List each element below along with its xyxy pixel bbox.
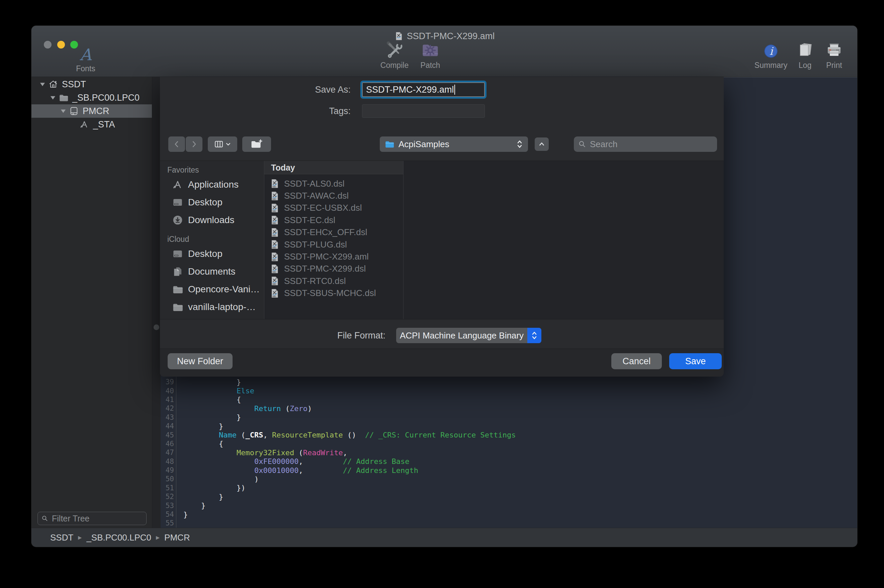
- disclosure-triangle-icon[interactable]: [49, 94, 57, 101]
- file-list: DSLSSDT-ALS0.dslDSLSSDT-AWAC.dslDSLSSDT-…: [264, 178, 724, 299]
- tree-item-SSDT[interactable]: SSDT: [32, 78, 152, 91]
- text-caret: [455, 85, 455, 94]
- code-text: ): [174, 475, 259, 483]
- save-button[interactable]: Save: [669, 353, 722, 369]
- save-as-value: SSDT-PMC-X299.aml: [366, 85, 454, 95]
- disclosure-triangle-icon[interactable]: [39, 81, 46, 88]
- pane-splitter[interactable]: [152, 77, 161, 528]
- code-text: Memory32Fixed (ReadWrite,: [174, 448, 347, 457]
- svg-text:DSL: DSL: [273, 234, 276, 236]
- code-line-48: 48 0xFE000000, // Address Base: [161, 457, 857, 466]
- patch-toolbar-button[interactable]: Patch: [414, 39, 447, 70]
- log-toolbar-button[interactable]: Log: [792, 39, 818, 70]
- favorites-header: Favorites: [160, 164, 264, 176]
- tags-input[interactable]: [362, 104, 485, 118]
- sidebar-item-desktop[interactable]: Desktop: [160, 194, 264, 211]
- file-format-popup[interactable]: ACPI Machine Language Binary: [396, 328, 541, 343]
- documents-icon: [172, 266, 183, 277]
- dialog-footer: New Folder Cancel Save: [160, 348, 724, 376]
- svg-text:DSL: DSL: [273, 271, 276, 273]
- sidebar-item-downloads[interactable]: Downloads: [160, 211, 264, 229]
- code-line-55: 55: [161, 519, 857, 528]
- file-row[interactable]: DSLSSDT-EC.dsl: [264, 214, 724, 226]
- file-row[interactable]: DSLSSDT-PMC-X299.dsl: [264, 263, 724, 275]
- folder-icon: [172, 284, 183, 295]
- code-text: {: [174, 440, 223, 448]
- code-line-49: 49 0x00010000, // Address Length: [161, 466, 857, 475]
- code-text: 0xFE000000, // Address Base: [174, 457, 410, 466]
- close-button[interactable]: [44, 41, 51, 48]
- chevron-left-icon: [172, 140, 181, 148]
- file-document-icon: DSL: [270, 203, 280, 213]
- desktop-icon: [172, 196, 183, 208]
- disclosure-triangle-icon[interactable]: [60, 107, 67, 115]
- compile-toolbar-button[interactable]: Compile: [376, 39, 413, 70]
- svg-text:AML: AML: [273, 259, 276, 261]
- file-format-row: File Format: ACPI Machine Language Binar…: [160, 328, 724, 343]
- save-as-input[interactable]: SSDT-PMC-X299.aml: [362, 82, 485, 97]
- back-button[interactable]: [168, 136, 185, 152]
- file-row[interactable]: DSLSSDT-PLUG.dsl: [264, 238, 724, 250]
- new-folder-button[interactable]: New Folder: [168, 353, 233, 369]
- view-mode-button[interactable]: [208, 136, 237, 152]
- line-number: 49: [161, 466, 174, 474]
- file-row[interactable]: DSLSSDT-EC-USBX.dsl: [264, 202, 724, 214]
- file-row[interactable]: DSLSSDT-RTC0.dsl: [264, 275, 724, 287]
- maciasl-window: SSDT-PMC-X299.aml A Fonts Compile Patch …: [32, 26, 857, 547]
- sidebar-item-applications[interactable]: Applications: [160, 176, 264, 194]
- dialog-toolbar: AcpiSamples: [160, 136, 724, 152]
- breadcrumb-separator: ▸: [78, 533, 82, 542]
- search-input[interactable]: [589, 139, 713, 150]
- sidebar-item-label: vanilla-laptop-…: [188, 302, 256, 312]
- file-name: SSDT-PLUG.dsl: [284, 240, 347, 250]
- tree-item-PMCR[interactable]: PMCR: [32, 104, 152, 118]
- file-row[interactable]: AMLSSDT-PMC-X299.aml: [264, 250, 724, 262]
- summary-toolbar-button[interactable]: i Summary: [751, 39, 791, 70]
- sidebar-item-vanilla-laptop-[interactable]: vanilla-laptop-…: [160, 298, 264, 316]
- up-directory-button[interactable]: [535, 138, 549, 151]
- line-number: 45: [161, 431, 174, 439]
- line-number: 53: [161, 502, 174, 510]
- downloads-icon: [172, 214, 183, 226]
- search-field[interactable]: [574, 136, 717, 152]
- code-line-43: 43 }: [161, 413, 857, 422]
- minimize-button[interactable]: [57, 41, 65, 48]
- sidebar-item-opencore-vani-[interactable]: Opencore-Vani…: [160, 280, 264, 298]
- sidebar-item-label: Opencore-Vani…: [188, 284, 260, 295]
- splitter-handle[interactable]: [153, 324, 159, 330]
- tree-item-_SB.PC00.LPC0[interactable]: _SB.PC00.LPC0: [32, 91, 152, 104]
- file-row[interactable]: DSLSSDT-AWAC.dsl: [264, 190, 724, 202]
- filter-tree-input[interactable]: [51, 513, 143, 524]
- sidebar-item-desktop[interactable]: Desktop: [160, 245, 264, 262]
- filter-tree-box[interactable]: [38, 512, 147, 525]
- file-document-icon: DSL: [270, 264, 280, 274]
- new-folder-toolbar-button[interactable]: [242, 136, 271, 152]
- code-text: }: [174, 510, 188, 519]
- file-row[interactable]: DSLSSDT-SBUS-MCHC.dsl: [264, 287, 724, 299]
- code-text: {: [174, 395, 241, 404]
- chevron-down-icon: [225, 141, 231, 147]
- summary-label: Summary: [755, 61, 787, 70]
- tree-item-_STA[interactable]: _STA: [32, 118, 152, 131]
- cancel-button[interactable]: Cancel: [611, 353, 662, 369]
- code-text: Return (Zero): [174, 404, 312, 413]
- sidebar-item-label: Desktop: [188, 249, 222, 259]
- location-popup[interactable]: AcpiSamples: [380, 136, 528, 152]
- file-document-icon: DSL: [270, 240, 280, 249]
- file-name: SSDT-PMC-X299.aml: [284, 252, 369, 262]
- line-number: 54: [161, 510, 174, 518]
- forward-button[interactable]: [186, 136, 203, 152]
- blue-folder-icon: [384, 139, 395, 149]
- icloud-header: iCloud: [160, 234, 264, 245]
- sidebar-item-label: Documents: [188, 266, 236, 277]
- fonts-toolbar-button[interactable]: A Fonts: [69, 42, 102, 73]
- file-row[interactable]: DSLSSDT-EHCx_OFF.dsl: [264, 226, 724, 238]
- file-row[interactable]: DSLSSDT-ALS0.dsl: [264, 178, 724, 190]
- chevron-up-icon: [537, 140, 546, 148]
- file-document-icon: DSL: [270, 191, 280, 201]
- code-line-42: 42 Return (Zero): [161, 404, 857, 413]
- file-name: SSDT-RTC0.dsl: [284, 276, 346, 286]
- sidebar-item-documents[interactable]: Documents: [160, 262, 264, 280]
- code-text: }: [174, 493, 223, 501]
- print-toolbar-button[interactable]: Print: [820, 39, 848, 70]
